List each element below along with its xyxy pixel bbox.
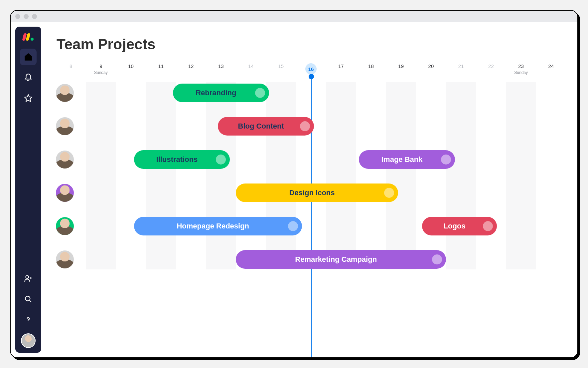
task-handle-icon[interactable] — [483, 221, 493, 231]
page-title: Team Projects — [57, 36, 566, 53]
task-pill[interactable]: Remarketing Campaign — [236, 250, 446, 269]
home-icon — [24, 53, 33, 61]
task-pill[interactable]: Illustrations — [134, 150, 230, 169]
task-label: Homepage Redesign — [177, 222, 249, 230]
search-icon — [24, 295, 33, 303]
timeline-row: Blog Content — [56, 116, 566, 136]
svg-point-2 — [28, 322, 29, 322]
timeline-date-header: 89Sunday1011121314151617181920212223Sund… — [56, 62, 566, 75]
window-minimize-icon[interactable] — [24, 14, 29, 19]
nav-notifications[interactable] — [20, 69, 37, 86]
task-label: Blog Content — [238, 122, 284, 131]
date-column[interactable]: 20 — [416, 62, 446, 75]
task-handle-icon[interactable] — [300, 121, 310, 131]
main-content: Team Projects 89Sunday101112131415161718… — [41, 22, 577, 357]
nav-search[interactable] — [20, 291, 37, 307]
bell-icon — [24, 73, 33, 82]
date-column[interactable]: 11 — [146, 62, 176, 75]
nav-home[interactable] — [20, 49, 37, 65]
task-label: Image Bank — [381, 155, 423, 164]
date-column[interactable]: 19 — [386, 62, 416, 75]
window-close-icon[interactable] — [15, 14, 20, 19]
task-handle-icon[interactable] — [288, 221, 298, 231]
task-pill[interactable]: Blog Content — [218, 117, 314, 136]
task-handle-icon[interactable] — [255, 88, 265, 98]
app-window: Team Projects 89Sunday101112131415161718… — [10, 10, 578, 358]
task-handle-icon[interactable] — [432, 254, 442, 264]
timeline: 89Sunday1011121314151617181920212223Sund… — [56, 62, 566, 269]
star-icon — [24, 94, 33, 103]
date-column[interactable]: 8 — [56, 62, 86, 75]
timeline-row: Design Icons — [56, 183, 566, 203]
task-pill[interactable]: Homepage Redesign — [134, 217, 302, 235]
date-column[interactable]: 12 — [176, 62, 206, 75]
date-column[interactable]: 13 — [206, 62, 236, 75]
task-label: Logos — [444, 222, 466, 230]
nav-favorites[interactable] — [20, 90, 37, 107]
date-column[interactable]: 17 — [326, 62, 356, 75]
task-label: Design Icons — [289, 188, 335, 197]
svg-point-1 — [25, 296, 30, 301]
task-pill[interactable]: Image Bank — [359, 150, 455, 169]
help-icon — [24, 315, 33, 324]
sidebar — [15, 27, 41, 353]
timeline-row: Rebranding — [56, 83, 566, 103]
task-pill[interactable]: Rebranding — [173, 84, 269, 102]
task-handle-icon[interactable] — [216, 155, 226, 165]
timeline-rows: RebrandingBlog ContentIllustrationsImage… — [56, 83, 566, 269]
timeline-row: IllustrationsImage Bank — [56, 150, 566, 170]
task-label: Remarketing Campaign — [295, 255, 377, 264]
date-column[interactable]: 15 — [266, 62, 296, 75]
nav-help[interactable] — [20, 311, 37, 328]
date-column[interactable]: 16 — [296, 62, 326, 75]
task-handle-icon[interactable] — [441, 155, 451, 165]
add-user-icon — [24, 274, 33, 283]
window-titlebar — [11, 11, 577, 22]
date-column[interactable]: 23Sunday — [506, 62, 536, 75]
nav-invite[interactable] — [20, 270, 37, 287]
timeline-row: Homepage RedesignLogos — [56, 216, 566, 236]
app-logo-icon[interactable] — [23, 33, 34, 41]
task-handle-icon[interactable] — [384, 188, 394, 198]
date-column[interactable]: 9Sunday — [86, 62, 116, 75]
current-user-avatar[interactable] — [21, 333, 36, 348]
window-zoom-icon[interactable] — [32, 14, 37, 19]
svg-point-0 — [26, 275, 29, 278]
task-pill[interactable]: Design Icons — [236, 184, 398, 202]
date-column[interactable]: 24 — [536, 62, 566, 75]
date-column[interactable]: 22 — [476, 62, 506, 75]
task-label: Rebranding — [196, 89, 236, 97]
timeline-row: Remarketing Campaign — [56, 249, 566, 269]
date-column[interactable]: 10 — [116, 62, 146, 75]
date-column[interactable]: 21 — [446, 62, 476, 75]
task-label: Illustrations — [156, 155, 198, 164]
task-pill[interactable]: Logos — [422, 217, 497, 235]
date-column[interactable]: 14 — [236, 62, 266, 75]
date-column[interactable]: 18 — [356, 62, 386, 75]
